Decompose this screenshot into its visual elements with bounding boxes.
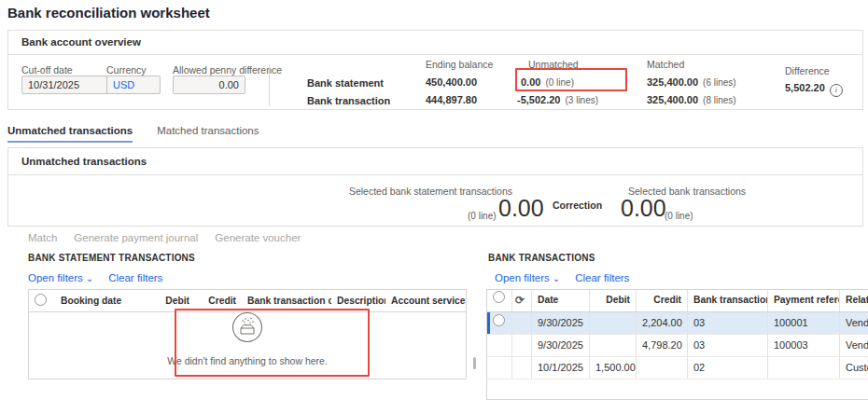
allowed-penny-difference-label: Allowed penny difference (173, 64, 282, 76)
cutoff-date-input[interactable]: 10/31/2025 (21, 76, 109, 94)
statement-clear-filters-link[interactable]: Clear filters (108, 272, 162, 283)
bank-account-overview-panel: Bank account overview Cut-off date 10/31… (7, 30, 863, 110)
row-refresh-cell (512, 312, 532, 334)
generate-voucher-button[interactable]: Generate voucher (215, 232, 301, 243)
col-debit[interactable]: Debit (145, 296, 195, 306)
allowed-penny-difference-input[interactable]: 0.00 (173, 76, 245, 94)
selected-statement-value: 0.00 (498, 195, 544, 222)
tab-matched-transactions[interactable]: Matched transactions (157, 125, 259, 143)
col-date[interactable]: Date (532, 290, 590, 311)
chevron-down-icon: ⌄ (86, 273, 93, 283)
empty-folder-icon (231, 310, 264, 344)
col-related-party[interactable]: Related pa (840, 290, 868, 311)
match-button[interactable]: Match (28, 232, 57, 243)
cutoff-date-label: Cut-off date (21, 64, 73, 76)
tab-unmatched-transactions[interactable]: Unmatched transactions (7, 125, 133, 143)
difference-label: Difference (785, 65, 830, 76)
bank-statement-unmatched-amount: 0.00 (521, 76, 540, 88)
bank-clear-filters-link[interactable]: Clear filters (575, 272, 629, 283)
bank-transaction-unmatched-lines: (3 lines) (565, 95, 598, 105)
cell-date[interactable]: 9/30/2025 (532, 335, 590, 356)
statement-grid-header-row: Booking date Debit Credit Bank transacti… (29, 290, 466, 312)
row-select-cell[interactable] (487, 357, 512, 379)
col-credit[interactable]: Credit (637, 290, 688, 311)
bank-refresh-cell[interactable]: ⟳ (512, 290, 532, 311)
bank-statement-unmatched: 0.00 (0 line) (521, 76, 574, 88)
cell-credit[interactable] (637, 357, 688, 379)
currency-input[interactable]: USD (106, 76, 161, 94)
empty-state-message: We didn't find anything to show here. (29, 355, 466, 366)
unmatched-column-label: Unmatched (528, 59, 579, 70)
col-debit[interactable]: Debit (590, 290, 637, 311)
row-select-cell[interactable] (487, 312, 512, 334)
tab-strip: Unmatched transactions Matched transacti… (7, 125, 259, 143)
cell-credit[interactable]: 2,204.00 (637, 312, 688, 334)
bank-grid-filters: Open filters⌄ Clear filters (495, 272, 629, 283)
bank-transaction-ending-balance: 444,897.80 (426, 94, 477, 105)
col-bank-transaction-code[interactable]: Bank transaction code (242, 296, 331, 306)
cell-credit[interactable]: 4,798.20 (637, 335, 688, 356)
select-all-radio-icon[interactable] (35, 294, 47, 306)
bank-select-all-cell[interactable] (487, 290, 512, 311)
bank-transaction-unmatched: -5,502.20 (3 lines) (517, 94, 598, 105)
bank-statement-matched: 325,400.00 (6 lines) (647, 76, 736, 88)
statement-grid-filters: Open filters⌄ Clear filters (28, 272, 162, 283)
bank-open-filters-link[interactable]: Open filters⌄ (495, 272, 560, 283)
bank-grid-header-row: ⟳ Date Debit Credit Bank transaction typ… (487, 290, 868, 312)
col-description[interactable]: Description (331, 296, 385, 306)
bank-transaction-row-label: Bank transaction (307, 95, 390, 106)
selected-bank-value: 0.00 (621, 195, 666, 222)
cell-debit[interactable] (590, 312, 637, 334)
bank-transactions-title: BANK TRANSACTIONS (488, 253, 595, 263)
open-filters-label: Open filters (495, 272, 550, 283)
col-payment-reference[interactable]: Payment reference (768, 290, 840, 311)
bank-statement-transactions-grid: Booking date Debit Credit Bank transacti… (28, 289, 467, 379)
col-credit[interactable]: Credit (195, 296, 242, 306)
unmatched-transactions-header: Unmatched transactions (8, 148, 862, 175)
refresh-icon[interactable]: ⟳ (515, 294, 525, 307)
row-select-cell[interactable] (487, 335, 512, 356)
cell-payment-reference[interactable]: 100001 (768, 312, 840, 334)
cell-payment-reference[interactable] (768, 357, 840, 379)
row-radio-icon[interactable] (493, 314, 505, 326)
bank-statement-ending-balance: 450,400.00 (426, 76, 477, 88)
statement-grid-scrollbar[interactable] (473, 357, 476, 369)
bank-reconciliation-worksheet-page: Bank reconciliation worksheet Bank accou… (0, 0, 868, 400)
difference-value-group: 5,502.20 i (785, 82, 843, 96)
statement-select-all-cell[interactable] (29, 294, 55, 308)
cell-payment-reference[interactable]: 100003 (768, 335, 840, 356)
cell-date[interactable]: 9/30/2025 (532, 312, 590, 334)
bank-transaction-matched: 325,400.00 (8 lines) (647, 94, 736, 105)
generate-payment-journal-button[interactable]: Generate payment journal (74, 232, 198, 243)
bank-statement-row-label: Bank statement (307, 77, 384, 89)
overview-divider (269, 64, 270, 106)
currency-label: Currency (106, 64, 147, 76)
open-filters-label: Open filters (28, 272, 83, 283)
bank-transaction-row[interactable]: 9/30/2025 2,204.00 03 100001 Vendor (487, 312, 868, 335)
col-account-servicer-reference[interactable]: Account servicer reference (385, 296, 467, 306)
cell-related-party[interactable]: Vendor (840, 335, 868, 356)
col-bank-transaction-type[interactable]: Bank transaction type (688, 290, 768, 311)
info-icon[interactable]: i (830, 84, 843, 97)
cell-related-party[interactable]: Vendor (840, 312, 868, 334)
account-servicer-reference-label: Account servicer reference (391, 296, 467, 306)
statement-open-filters-link[interactable]: Open filters⌄ (28, 272, 93, 283)
select-all-radio-icon[interactable] (493, 291, 505, 303)
bank-transaction-matched-amount: 325,400.00 (647, 94, 698, 105)
col-booking-date[interactable]: Booking date (55, 296, 145, 306)
bank-statement-transactions-title: BANK STATEMENT TRANSACTIONS (28, 253, 195, 263)
bank-transaction-row[interactable]: 9/30/2025 4,798.20 03 100003 Vendor (487, 335, 868, 357)
cell-debit[interactable]: 1,500.00 (590, 357, 637, 379)
bank-transaction-row[interactable]: 10/1/2025 1,500.00 02 Customer (487, 357, 868, 379)
unmatched-transactions-panel: Unmatched transactions Selected bank sta… (7, 147, 863, 227)
cell-debit[interactable] (590, 335, 637, 356)
bank-account-overview-header: Bank account overview (8, 31, 862, 55)
statement-grid-empty-state: We didn't find anything to show here. (29, 310, 466, 366)
cell-related-party[interactable]: Customer (840, 357, 868, 379)
ending-balance-column-label: Ending balance (426, 59, 493, 70)
cell-type[interactable]: 02 (688, 357, 768, 379)
cell-date[interactable]: 10/1/2025 (532, 357, 590, 379)
cell-type[interactable]: 03 (688, 312, 768, 334)
cell-type[interactable]: 03 (688, 335, 768, 356)
row-refresh-cell (512, 357, 532, 379)
